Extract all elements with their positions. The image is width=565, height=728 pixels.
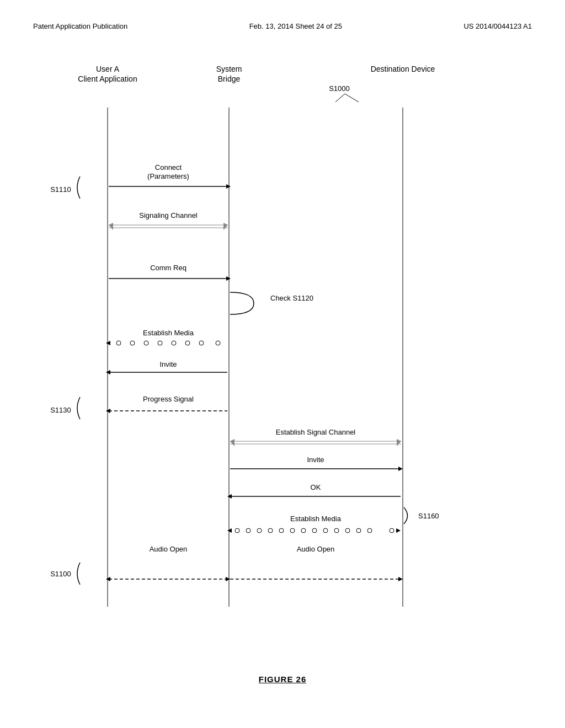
svg-text:Audio Open: Audio Open bbox=[297, 545, 335, 553]
svg-point-28 bbox=[130, 341, 135, 345]
svg-point-66 bbox=[345, 528, 350, 533]
svg-text:Comm Req: Comm Req bbox=[150, 264, 186, 272]
svg-point-64 bbox=[323, 528, 328, 533]
svg-point-69 bbox=[390, 528, 394, 533]
svg-text:S1100: S1100 bbox=[50, 570, 71, 578]
header-left: Patent Application Publication bbox=[33, 22, 127, 30]
svg-text:S1000: S1000 bbox=[329, 84, 350, 93]
svg-text:OK: OK bbox=[311, 483, 321, 491]
svg-text:Destination Device: Destination Device bbox=[371, 65, 435, 73]
svg-text:S1160: S1160 bbox=[418, 512, 439, 520]
svg-marker-70 bbox=[227, 528, 232, 533]
svg-marker-77 bbox=[226, 577, 230, 581]
svg-text:Establish Signal Channel: Establish Signal Channel bbox=[276, 428, 356, 436]
svg-marker-46 bbox=[230, 439, 234, 446]
svg-point-31 bbox=[172, 341, 176, 345]
svg-text:(Parameters): (Parameters) bbox=[147, 172, 189, 180]
svg-marker-19 bbox=[109, 223, 113, 230]
svg-point-27 bbox=[116, 341, 121, 345]
svg-marker-35 bbox=[106, 341, 110, 345]
svg-marker-79 bbox=[398, 577, 403, 581]
diagram-svg: User A Client Application System Bridge … bbox=[0, 55, 565, 684]
svg-text:Invite: Invite bbox=[307, 456, 324, 464]
svg-point-60 bbox=[279, 528, 284, 533]
svg-marker-47 bbox=[397, 439, 401, 446]
svg-text:Audio Open: Audio Open bbox=[150, 545, 188, 553]
svg-marker-15 bbox=[226, 184, 231, 189]
svg-point-62 bbox=[301, 528, 306, 533]
svg-point-61 bbox=[290, 528, 295, 533]
svg-marker-23 bbox=[226, 276, 231, 281]
svg-marker-71 bbox=[396, 528, 401, 533]
svg-text:Bridge: Bridge bbox=[218, 74, 241, 83]
svg-text:Connect: Connect bbox=[155, 163, 182, 172]
svg-marker-42 bbox=[106, 409, 110, 413]
svg-text:User A: User A bbox=[96, 65, 120, 73]
figure-label: FIGURE 26 bbox=[259, 675, 307, 684]
svg-text:Establish Media: Establish Media bbox=[143, 329, 194, 337]
svg-marker-50 bbox=[398, 467, 403, 471]
svg-point-58 bbox=[257, 528, 262, 533]
svg-text:Invite: Invite bbox=[159, 360, 177, 368]
header-center: Feb. 13, 2014 Sheet 24 of 25 bbox=[249, 22, 342, 30]
svg-text:Signaling Channel: Signaling Channel bbox=[139, 211, 198, 220]
svg-text:System: System bbox=[216, 65, 242, 73]
svg-text:Check S1120: Check S1120 bbox=[270, 294, 313, 302]
svg-text:Establish Media: Establish Media bbox=[290, 515, 342, 523]
svg-text:S1110: S1110 bbox=[50, 185, 71, 194]
svg-point-65 bbox=[334, 528, 339, 533]
svg-point-57 bbox=[246, 528, 250, 533]
svg-point-56 bbox=[235, 528, 239, 533]
svg-point-33 bbox=[199, 341, 204, 345]
svg-line-9 bbox=[335, 94, 345, 102]
svg-point-59 bbox=[268, 528, 273, 533]
svg-point-30 bbox=[158, 341, 162, 345]
svg-marker-53 bbox=[227, 494, 232, 499]
svg-point-67 bbox=[356, 528, 361, 533]
svg-point-63 bbox=[312, 528, 317, 533]
svg-point-29 bbox=[144, 341, 148, 345]
svg-text:Client Application: Client Application bbox=[78, 74, 137, 83]
svg-text:S1130: S1130 bbox=[50, 406, 71, 414]
svg-text:Progress Signal: Progress Signal bbox=[143, 395, 194, 403]
svg-marker-38 bbox=[106, 370, 110, 374]
page: Patent Application Publication Feb. 13, … bbox=[0, 0, 565, 728]
svg-line-8 bbox=[345, 94, 359, 102]
svg-point-68 bbox=[367, 528, 372, 533]
header-right: US 2014/0044123 A1 bbox=[463, 22, 532, 30]
header: Patent Application Publication Feb. 13, … bbox=[33, 22, 532, 30]
svg-point-34 bbox=[216, 341, 220, 345]
svg-marker-76 bbox=[106, 577, 110, 581]
svg-marker-20 bbox=[223, 223, 228, 230]
svg-point-32 bbox=[185, 341, 190, 345]
